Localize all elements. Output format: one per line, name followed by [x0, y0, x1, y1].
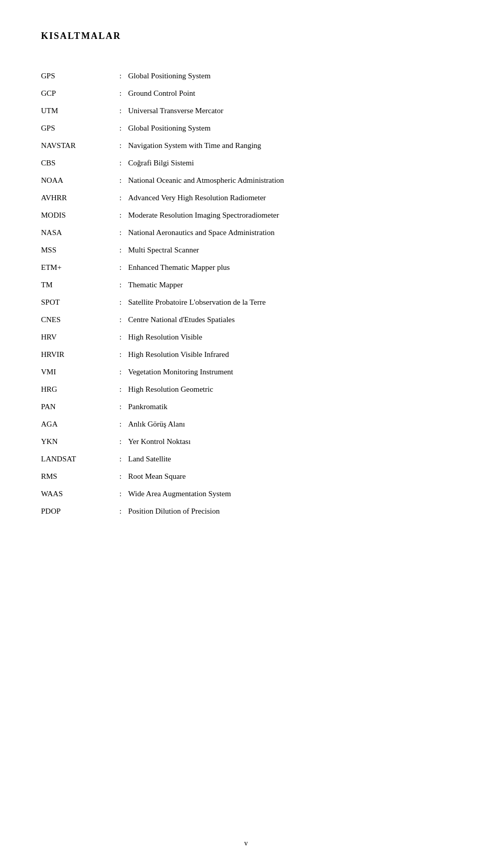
abbreviation-definition: Position Dilution of Precision — [128, 502, 451, 520]
abbreviation-definition: Moderate Resolution Imaging Spectroradio… — [128, 206, 451, 224]
table-row: HRV:High Resolution Visible — [41, 328, 451, 346]
abbreviation-definition: High Resolution Geometric — [128, 380, 451, 398]
abbreviation-definition: Universal Transverse Mercator — [128, 102, 451, 119]
abbreviation-definition: Satellite Probatoire L'observation de la… — [128, 293, 451, 311]
abbreviation-term: MODIS — [41, 206, 113, 224]
colon-separator: : — [113, 485, 128, 502]
colon-separator: : — [113, 224, 128, 241]
colon-separator: : — [113, 172, 128, 189]
table-row: HRVIR:High Resolution Visible Infrared — [41, 346, 451, 363]
table-row: MODIS:Moderate Resolution Imaging Spectr… — [41, 206, 451, 224]
colon-separator: : — [113, 293, 128, 311]
abbreviation-term: MSS — [41, 241, 113, 259]
abbreviation-definition: Global Positioning System — [128, 119, 451, 137]
abbreviation-definition: Root Mean Square — [128, 468, 451, 485]
abbreviations-table: GPS:Global Positioning SystemGCP:Ground … — [41, 67, 451, 520]
abbreviation-term: HRG — [41, 380, 113, 398]
abbreviation-term: CBS — [41, 154, 113, 172]
colon-separator: : — [113, 206, 128, 224]
colon-separator: : — [113, 119, 128, 137]
table-row: NOAA:National Oceanic and Atmospheric Ad… — [41, 172, 451, 189]
abbreviation-term: GCP — [41, 84, 113, 102]
colon-separator: : — [113, 84, 128, 102]
colon-separator: : — [113, 346, 128, 363]
colon-separator: : — [113, 363, 128, 380]
table-row: MSS:Multi Spectral Scanner — [41, 241, 451, 259]
abbreviation-definition: National Oceanic and Atmospheric Adminis… — [128, 172, 451, 189]
colon-separator: : — [113, 398, 128, 415]
abbreviation-term: CNES — [41, 311, 113, 328]
abbreviation-definition: Wide Area Augmentation System — [128, 485, 451, 502]
table-row: TM:Thematic Mapper — [41, 276, 451, 293]
abbreviation-term: NAVSTAR — [41, 137, 113, 154]
abbreviation-definition: High Resolution Visible Infrared — [128, 346, 451, 363]
colon-separator: : — [113, 241, 128, 259]
table-row: HRG:High Resolution Geometric — [41, 380, 451, 398]
abbreviation-definition: Pankromatik — [128, 398, 451, 415]
abbreviation-definition: Enhanced Thematic Mapper plus — [128, 259, 451, 276]
colon-separator: : — [113, 67, 128, 84]
table-row: RMS:Root Mean Square — [41, 468, 451, 485]
table-row: VMI:Vegetation Monitoring Instrument — [41, 363, 451, 380]
abbreviation-term: GPS — [41, 67, 113, 84]
colon-separator: : — [113, 189, 128, 206]
abbreviation-term: ETM+ — [41, 259, 113, 276]
abbreviation-term: AGA — [41, 415, 113, 433]
table-row: ETM+:Enhanced Thematic Mapper plus — [41, 259, 451, 276]
colon-separator: : — [113, 328, 128, 346]
colon-separator: : — [113, 468, 128, 485]
abbreviation-term: UTM — [41, 102, 113, 119]
abbreviation-term: AVHRR — [41, 189, 113, 206]
table-row: PAN:Pankromatik — [41, 398, 451, 415]
abbreviation-definition: High Resolution Visible — [128, 328, 451, 346]
abbreviation-term: HRV — [41, 328, 113, 346]
colon-separator: : — [113, 259, 128, 276]
abbreviation-definition: National Aeronautics and Space Administr… — [128, 224, 451, 241]
colon-separator: : — [113, 380, 128, 398]
abbreviation-term: RMS — [41, 468, 113, 485]
abbreviation-definition: Land Satellite — [128, 450, 451, 468]
abbreviation-term: PDOP — [41, 502, 113, 520]
table-row: CBS:Coğrafi Bilgi Sistemi — [41, 154, 451, 172]
table-row: UTM:Universal Transverse Mercator — [41, 102, 451, 119]
colon-separator: : — [113, 450, 128, 468]
abbreviation-term: SPOT — [41, 293, 113, 311]
colon-separator: : — [113, 311, 128, 328]
abbreviation-definition: Advanced Very High Resolution Radiometer — [128, 189, 451, 206]
abbreviation-term: HRVIR — [41, 346, 113, 363]
table-row: NAVSTAR:Navigation System with Time and … — [41, 137, 451, 154]
table-row: PDOP:Position Dilution of Precision — [41, 502, 451, 520]
colon-separator: : — [113, 276, 128, 293]
table-row: YKN:Yer Kontrol Noktası — [41, 433, 451, 450]
colon-separator: : — [113, 415, 128, 433]
abbreviation-term: NASA — [41, 224, 113, 241]
table-row: WAAS:Wide Area Augmentation System — [41, 485, 451, 502]
abbreviation-definition: Anlık Görüş Alanı — [128, 415, 451, 433]
table-row: LANDSAT:Land Satellite — [41, 450, 451, 468]
abbreviation-term: VMI — [41, 363, 113, 380]
abbreviation-definition: Thematic Mapper — [128, 276, 451, 293]
abbreviation-definition: Vegetation Monitoring Instrument — [128, 363, 451, 380]
abbreviation-term: GPS — [41, 119, 113, 137]
abbreviation-definition: Coğrafi Bilgi Sistemi — [128, 154, 451, 172]
abbreviation-term: NOAA — [41, 172, 113, 189]
table-row: GPS:Global Positioning System — [41, 67, 451, 84]
table-row: GCP:Ground Control Point — [41, 84, 451, 102]
table-row: GPS:Global Positioning System — [41, 119, 451, 137]
abbreviation-term: LANDSAT — [41, 450, 113, 468]
colon-separator: : — [113, 137, 128, 154]
abbreviation-definition: Multi Spectral Scanner — [128, 241, 451, 259]
table-row: CNES:Centre National d'Etudes Spatiales — [41, 311, 451, 328]
colon-separator: : — [113, 502, 128, 520]
abbreviation-term: PAN — [41, 398, 113, 415]
table-row: AVHRR:Advanced Very High Resolution Radi… — [41, 189, 451, 206]
abbreviation-definition: Navigation System with Time and Ranging — [128, 137, 451, 154]
colon-separator: : — [113, 433, 128, 450]
page-footer: v — [41, 839, 451, 848]
table-row: NASA:National Aeronautics and Space Admi… — [41, 224, 451, 241]
page-title: KISALTMALAR — [41, 31, 451, 41]
abbreviation-definition: Centre National d'Etudes Spatiales — [128, 311, 451, 328]
abbreviation-term: TM — [41, 276, 113, 293]
table-row: AGA:Anlık Görüş Alanı — [41, 415, 451, 433]
abbreviation-definition: Global Positioning System — [128, 67, 451, 84]
